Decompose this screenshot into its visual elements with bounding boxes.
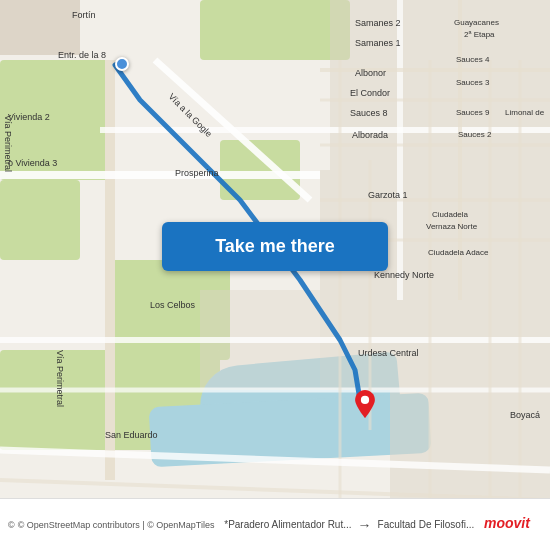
green-area-2: [0, 180, 80, 260]
svg-text:moovit: moovit: [484, 515, 531, 531]
label-viagogle: Vía a la Gogle: [166, 91, 213, 138]
block-5: [200, 290, 320, 390]
road-perimetral-1: [105, 60, 115, 480]
label-prosperina: Prosperina: [175, 168, 219, 178]
route-arrow: →: [358, 517, 372, 533]
map-container: Fortín Entr. de la 8 Vía Perimetral Vía …: [0, 0, 550, 550]
route-from: *Paradero Alimentador Rut...: [224, 519, 351, 530]
take-me-there-button[interactable]: Take me there: [162, 222, 388, 271]
bottom-bar: © © OpenStreetMap contributors | © OpenM…: [0, 498, 550, 550]
svg-point-19: [361, 396, 369, 404]
green-area-1: [0, 60, 110, 180]
attribution-text: © OpenStreetMap contributors | © OpenMap…: [18, 520, 215, 530]
map-background: Fortín Entr. de la 8 Vía Perimetral Vía …: [0, 0, 550, 550]
route-to: Facultad De Filosofi...: [378, 519, 475, 530]
block-1: [0, 0, 80, 55]
green-area-5: [220, 140, 300, 200]
attribution: © © OpenStreetMap contributors | © OpenM…: [8, 520, 215, 530]
block-2: [330, 0, 550, 170]
origin-marker: [115, 57, 129, 71]
route-info: *Paradero Alimentador Rut... → Facultad …: [215, 517, 485, 533]
copyright-icon: ©: [8, 520, 15, 530]
destination-marker: [355, 390, 375, 418]
green-area-4: [200, 0, 350, 60]
moovit-logo: moovit: [484, 513, 542, 536]
block-3: [320, 170, 550, 390]
